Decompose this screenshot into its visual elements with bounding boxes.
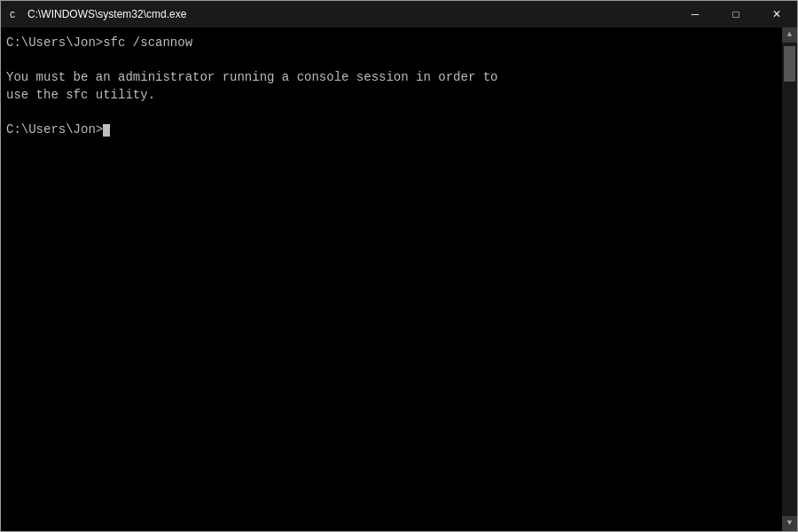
cmd-icon: C bbox=[8, 7, 22, 21]
empty-line-2 bbox=[6, 104, 792, 121]
maximize-button[interactable]: □ bbox=[716, 1, 756, 27]
console-line-1: C:\Users\Jon>sfc /scannow bbox=[6, 35, 792, 52]
window-controls: ─ □ ✕ bbox=[675, 1, 797, 27]
console-line-4: use the sfc utility. bbox=[6, 87, 792, 105]
scrollbar-thumb[interactable] bbox=[784, 46, 795, 82]
console-prompt: C:\Users\Jon> bbox=[6, 121, 792, 139]
console-line-3: You must be an administrator running a c… bbox=[6, 69, 792, 87]
scrollbar-down-arrow[interactable]: ▼ bbox=[782, 516, 797, 531]
cursor bbox=[103, 124, 110, 137]
console-output[interactable]: C:\Users\Jon>sfc /scannow You must be an… bbox=[1, 27, 797, 531]
minimize-button[interactable]: ─ bbox=[675, 1, 716, 27]
scrollbar-up-arrow[interactable]: ▲ bbox=[782, 27, 797, 43]
cmd-window: C C:\WINDOWS\system32\cmd.exe ─ □ ✕ C:\U… bbox=[0, 0, 798, 532]
empty-line-1 bbox=[6, 52, 792, 70]
close-button[interactable]: ✕ bbox=[756, 1, 797, 27]
scrollbar[interactable]: ▲ ▼ bbox=[782, 27, 797, 531]
scrollbar-track bbox=[782, 43, 797, 516]
title-bar: C C:\WINDOWS\system32\cmd.exe ─ □ ✕ bbox=[1, 1, 797, 27]
svg-text:C: C bbox=[10, 11, 15, 20]
